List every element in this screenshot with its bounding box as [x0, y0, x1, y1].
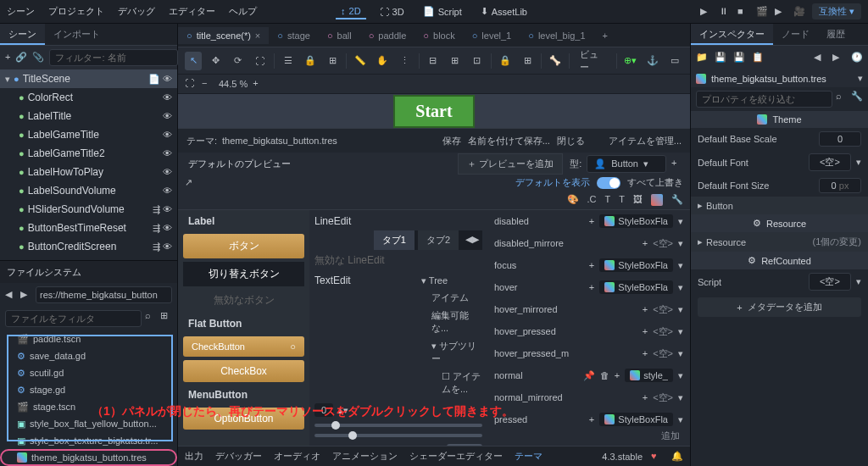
play-icon[interactable]: ▶	[700, 6, 712, 18]
editor-tab-level_1[interactable]: ○level_1	[464, 27, 520, 44]
tab-import[interactable]: インポート	[45, 24, 108, 45]
tab-inspector[interactable]: インスペクター	[691, 24, 773, 45]
prop-font-dd[interactable]: ▾	[856, 157, 861, 168]
rotate-tool-icon[interactable]: ⟳	[229, 52, 246, 70]
pan-tool-icon[interactable]: ✋	[374, 52, 391, 70]
const-cat-icon[interactable]: .C	[587, 194, 597, 206]
file-save_data.gd[interactable]: ⚙save_data.gd	[0, 347, 177, 364]
theme-prop-pressed[interactable]: pressed+StyleBoxFla▾	[487, 408, 690, 426]
lock-tool-icon[interactable]: 🔒	[302, 52, 319, 70]
rect-icon[interactable]: ▭	[666, 52, 683, 70]
color-cat-icon[interactable]: 🎨	[567, 194, 579, 206]
snap-tool-icon[interactable]: ⊟	[424, 52, 441, 70]
insp-search-icon[interactable]: ⌕	[836, 91, 848, 103]
insp-copy-icon[interactable]: 📋	[752, 52, 764, 64]
picker-icon[interactable]: ↗	[185, 177, 197, 189]
insp-tools-icon[interactable]: 🔧	[851, 91, 863, 103]
prop-font-size-value[interactable]: 0 px	[819, 178, 861, 193]
list-tool-icon[interactable]: ☰	[280, 52, 297, 70]
editor-tab-ball[interactable]: ○ball	[319, 27, 360, 44]
mode-assetlib[interactable]: ⬇ AssetLib	[476, 4, 532, 19]
editor-tab-block[interactable]: ○block	[415, 27, 463, 44]
theme-prop-focus[interactable]: focus+StyleBoxFla▾	[487, 254, 690, 276]
menu-scene[interactable]: シーン	[7, 5, 35, 18]
add-prop-button[interactable]: 追加	[487, 426, 690, 446]
add-node-icon[interactable]: +	[5, 52, 10, 64]
font-cat-icon[interactable]: T	[605, 194, 611, 206]
override-all-button[interactable]: すべて上書き	[627, 176, 683, 189]
type-add-icon[interactable]: +	[671, 158, 683, 169]
fs-filter-input[interactable]	[5, 310, 142, 327]
insp-fwd-icon[interactable]: ▶	[832, 52, 844, 64]
bottom-debugger[interactable]: デバッガー	[215, 450, 262, 463]
slider2[interactable]	[314, 434, 482, 437]
pause-icon[interactable]: ⏸	[719, 6, 731, 18]
zoom-in-icon[interactable]: +	[253, 78, 264, 90]
link-icon[interactable]: 🔗	[15, 52, 27, 64]
fontsize-cat-icon[interactable]: T	[619, 194, 625, 206]
editor-tab-level_big_1[interactable]: ○level_big_1	[520, 27, 593, 44]
mode-script[interactable]: 📄 Script	[418, 4, 467, 19]
mode-2d[interactable]: ↕ 2D	[336, 4, 366, 19]
show-default-toggle[interactable]	[597, 177, 620, 189]
preview-flat-button[interactable]: Flat Button	[178, 313, 309, 335]
theme-saveas-button[interactable]: 名前を付けて保存...	[468, 135, 550, 147]
inspector-filter-input[interactable]	[696, 91, 832, 108]
tools-cat-icon[interactable]: 🔧	[671, 194, 683, 206]
file-theme_bigkatsu_button.tres[interactable]: theme_bigkatsu_button.tres	[0, 449, 177, 466]
add-metadata-button[interactable]: + メタデータを追加	[698, 297, 861, 317]
default-preview-tab[interactable]: デフォルトのプレビュー	[178, 153, 301, 175]
scene-node-LabelTitle[interactable]: ●LabelTitle👁	[0, 107, 177, 125]
tree-editable[interactable]: 編集可能な...	[408, 307, 482, 337]
insp-history-icon[interactable]: 🕐	[851, 52, 863, 64]
inspector-resource-name[interactable]: theme_bigkatsu_button.tres	[711, 74, 853, 84]
file-stage.gd[interactable]: ⚙stage.gd	[0, 381, 177, 398]
menu-editor[interactable]: エディター	[169, 5, 215, 18]
theme-prop-normal[interactable]: normal📌🗑+style_▾	[487, 364, 690, 386]
theme-prop-normal_mirrored[interactable]: normal_mirrored+<空>▾	[487, 386, 690, 408]
zoom-value[interactable]: 44.5 %	[219, 79, 248, 89]
scene-node-TitleScene[interactable]: ▾ ●TitleScene📄👁	[0, 69, 177, 88]
theme-prop-hover_pressed[interactable]: hover_pressed+<空>▾	[487, 320, 690, 342]
file-list[interactable]: 🎬paddle.tscn⚙save_data.gd⚙scutil.gd⚙stag…	[0, 330, 177, 466]
scene-node-LabelHowToPlay[interactable]: ●LabelHowToPlay👁	[0, 163, 177, 181]
fs-search-icon[interactable]: ⌕	[145, 310, 157, 322]
scene-node-ButtonBestTimeReset[interactable]: ●ButtonBestTimeReset⇶👁	[0, 219, 177, 237]
theme-prop-hover_pressed_m[interactable]: hover_pressed_m+<空>▾	[487, 342, 690, 364]
fold-resource[interactable]: ▸Resource(1個の変更)	[691, 232, 868, 252]
add-preview-button[interactable]: ＋ プレビューを追加	[458, 153, 563, 175]
heart-icon[interactable]: ♥	[651, 451, 663, 463]
renderer-select[interactable]: 互換性 ▾	[812, 3, 861, 19]
fs-fwd-icon[interactable]: ▶	[20, 289, 32, 301]
editor-tab-stage[interactable]: ○stage	[269, 27, 319, 44]
slider1[interactable]	[314, 424, 482, 427]
notif-icon[interactable]: 🔔	[671, 451, 683, 463]
prop-base-scale-value[interactable]: 0	[819, 131, 861, 147]
fs-view-icon[interactable]: ⊞	[160, 310, 172, 322]
preview-checkbox[interactable]: CheckBox	[183, 360, 304, 382]
anchor-icon[interactable]: ⚓	[644, 52, 661, 70]
scene-tree[interactable]: ▾ ●TitleScene📄👁●ColorRect👁●LabelTitle👁●L…	[0, 69, 177, 260]
theme-prop-disabled_mirrore[interactable]: disabled_mirrore+<空>▾	[487, 232, 690, 254]
menu-debug[interactable]: デバッグ	[118, 5, 155, 18]
insp-save-icon[interactable]: 💾	[715, 52, 726, 64]
preview-tab1[interactable]: タブ1	[374, 230, 415, 250]
mode-3d[interactable]: ⛶ 3D	[375, 4, 409, 19]
resource-dropdown-icon[interactable]: ▾	[858, 73, 863, 84]
lock2-icon[interactable]: 🔒	[497, 52, 514, 70]
view-button[interactable]: ビュー	[575, 52, 610, 70]
expand-icon[interactable]: ⛶	[185, 78, 197, 90]
preview-toggle-button[interactable]: 切り替えボタン	[183, 262, 304, 286]
preview-checkbutton[interactable]: CheckButton○	[183, 336, 304, 357]
scene-node-LabelGameTitle[interactable]: ●LabelGameTitle👁	[0, 125, 177, 144]
grid-tool-icon[interactable]: ⊞	[447, 52, 464, 70]
movie-icon[interactable]: 🎥	[793, 6, 805, 18]
type-dropdown[interactable]: 👤Button▾	[587, 155, 666, 173]
stop-icon[interactable]: ■	[737, 6, 749, 18]
prop-script-dd[interactable]: ▾	[856, 276, 861, 287]
stylebox-cat-icon[interactable]	[651, 194, 663, 206]
play-custom-icon[interactable]: ▶	[775, 6, 787, 18]
tab-scene[interactable]: シーン	[0, 24, 45, 45]
preview-tab2[interactable]: タブ2	[418, 230, 459, 250]
scene-node-LabelGameTitle2[interactable]: ●LabelGameTitle2👁	[0, 144, 177, 163]
